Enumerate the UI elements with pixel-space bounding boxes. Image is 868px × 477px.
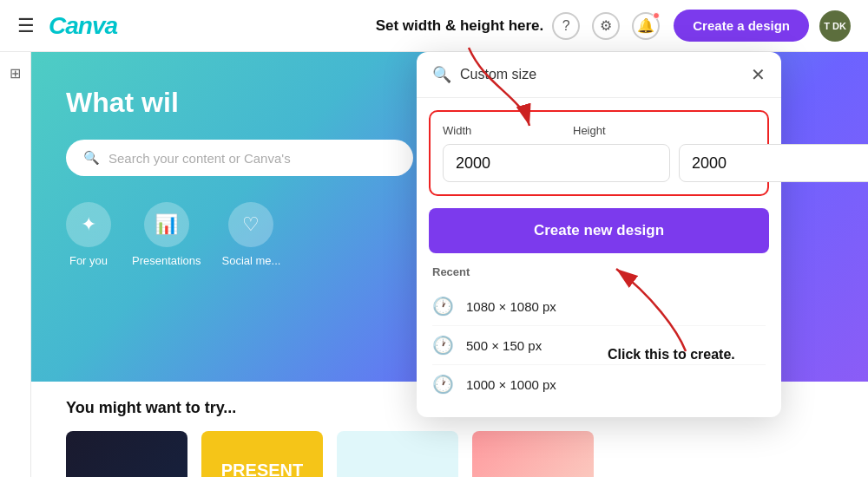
sidebar: ⊞: [0, 52, 31, 477]
recent-item-1[interactable]: 🕐 500 × 150 px: [432, 326, 766, 365]
question-icon: ?: [562, 18, 570, 34]
size-labels-row: Width Height: [443, 124, 755, 137]
social-icon: ♡: [228, 202, 273, 247]
panel-search-icon: 🔍: [432, 65, 451, 84]
social-label: Social me...: [222, 254, 281, 267]
search-placeholder: Search your content or Canva's: [108, 151, 291, 166]
panel-search-input[interactable]: [460, 67, 742, 82]
width-input[interactable]: [443, 144, 670, 182]
create-new-design-button[interactable]: Create new design: [429, 208, 769, 253]
quick-action-social[interactable]: ♡ Social me...: [222, 202, 281, 267]
recent-title: Recent: [432, 265, 766, 278]
recent-label-0: 1080 × 1080 px: [466, 299, 556, 314]
recent-label-2: 1000 × 1000 px: [466, 377, 556, 392]
quick-action-presentations[interactable]: 📊 Presentations: [132, 202, 201, 267]
size-inputs-container: Width Height px ▾ 🔓: [429, 110, 769, 196]
bell-icon: 🔔: [637, 17, 654, 34]
size-inputs-row: px ▾ 🔓: [443, 144, 755, 182]
hero-search-bar[interactable]: 🔍 Search your content or Canva's: [66, 140, 413, 176]
notification-dot: [653, 12, 660, 19]
thumbnail-2[interactable]: PRESENT: [201, 431, 323, 477]
notification-icon-button[interactable]: 🔔: [632, 12, 660, 40]
thumbnail-3[interactable]: [337, 431, 458, 477]
thumbnail-row: PRESENT: [66, 431, 833, 477]
recent-section: Recent 🕐 1080 × 1080 px 🕐 500 × 150 px 🕐…: [417, 265, 781, 417]
width-label: Width: [443, 124, 564, 137]
height-label: Height: [573, 124, 694, 137]
for-you-label: For you: [69, 254, 108, 267]
recent-clock-icon-1: 🕐: [432, 335, 454, 356]
thumbnail-4[interactable]: [472, 431, 594, 477]
help-icon-button[interactable]: ?: [552, 12, 580, 40]
recent-clock-icon-0: 🕐: [432, 296, 454, 317]
hamburger-menu[interactable]: ☰: [17, 15, 35, 37]
presentations-icon: 📊: [144, 202, 189, 247]
canva-logo: Canva: [49, 12, 117, 40]
for-you-icon: ✦: [66, 202, 111, 247]
settings-icon-button[interactable]: ⚙: [592, 12, 620, 40]
create-design-header-button[interactable]: Create a design: [674, 10, 809, 42]
height-input[interactable]: [679, 144, 868, 182]
user-avatar[interactable]: T DK: [819, 10, 851, 42]
header: ☰ Canva Set width & height here. ? ⚙ 🔔 C…: [0, 0, 868, 52]
panel-close-button[interactable]: ✕: [751, 64, 766, 85]
sidebar-crop-icon[interactable]: ⊞: [3, 61, 28, 85]
recent-item-0[interactable]: 🕐 1080 × 1080 px: [432, 287, 766, 326]
recent-clock-icon-2: 🕐: [432, 374, 454, 395]
thumbnail-1[interactable]: [66, 431, 187, 477]
header-annotation-text: Set width & height here.: [376, 17, 544, 35]
custom-size-panel: 🔍 ✕ Width Height px ▾ 🔓 Create new desig…: [417, 52, 781, 417]
header-icons: ? ⚙ 🔔: [552, 12, 660, 40]
presentations-label: Presentations: [132, 254, 201, 267]
quick-action-for-you[interactable]: ✦ For you: [66, 202, 111, 267]
panel-search-row: 🔍 ✕: [417, 52, 781, 98]
gear-icon: ⚙: [600, 17, 612, 34]
recent-label-1: 500 × 150 px: [466, 338, 542, 353]
search-icon: 🔍: [83, 150, 100, 166]
recent-item-2[interactable]: 🕐 1000 × 1000 px: [432, 365, 766, 403]
